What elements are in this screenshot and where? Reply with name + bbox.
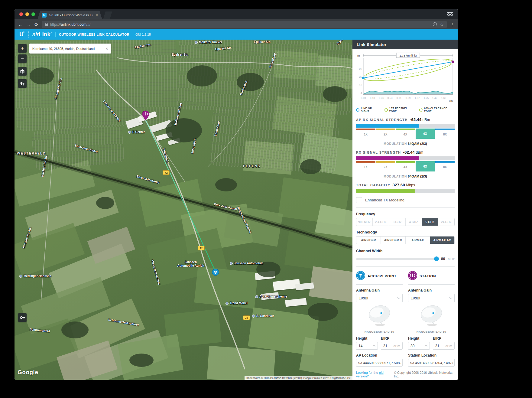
svg-text:4: 4 xyxy=(361,92,362,95)
address-bar[interactable]: https://airlink.ubnt.com/#/ ☆ xyxy=(42,21,447,28)
channel-width-value: 80 xyxy=(441,257,445,261)
access-point-title: ACCESS POINT xyxy=(368,274,397,278)
station-device-name: NANOBEAM 5AC 19 xyxy=(408,330,455,333)
search-input[interactable] xyxy=(32,47,103,51)
window-minimize-button[interactable] xyxy=(25,12,29,16)
svg-text:0.36: 0.36 xyxy=(379,96,384,100)
station-antenna-gain-select[interactable]: 19dBi xyxy=(408,294,455,302)
bookmark-star-icon[interactable]: ☆ xyxy=(440,22,444,27)
station-height-input[interactable]: 30m xyxy=(408,342,430,350)
link-line xyxy=(146,120,216,272)
technology-option-airmax-ac[interactable]: AIRMAX AC xyxy=(430,237,454,244)
svg-text:1.78 km (link): 1.78 km (link) xyxy=(399,54,417,57)
layers-button[interactable] xyxy=(18,67,27,76)
tab-close-icon[interactable]: × xyxy=(96,13,98,17)
station-icon xyxy=(408,271,417,281)
1st-fresnel-zone-icon xyxy=(384,108,388,112)
frequency-option-2-4-ghz[interactable]: 2.4 GHZ xyxy=(372,218,389,226)
map-label: POPENS xyxy=(243,164,261,168)
access-point-icon xyxy=(356,271,365,281)
browser-window: U airLink - Outdoor Wireless Link × ← → … xyxy=(15,9,458,380)
rx-value: -62.44 dBm xyxy=(403,150,423,155)
browser-tab[interactable]: U airLink - Outdoor Wireless Link × xyxy=(37,11,102,19)
divider xyxy=(356,266,455,267)
rx-signal-section: RX SIGNAL STRENGTH -62.44 dBm 1X2X4X6X8X… xyxy=(356,150,455,178)
svg-text:1.07: 1.07 xyxy=(415,96,420,100)
total-capacity-section: TOTAL CAPACITY 327.60 Mbps xyxy=(356,183,455,193)
frequency-option-3-ghz[interactable]: 3 GHZ xyxy=(389,218,405,226)
map-canvas[interactable]: Molkerei RückerEgelser Str.Egelser Str.E… xyxy=(15,40,352,380)
slider-handle[interactable] xyxy=(434,256,439,261)
places-button[interactable] xyxy=(18,79,27,88)
modulation-step-1x: 1X xyxy=(356,161,375,171)
window-zoom-button[interactable] xyxy=(31,12,35,16)
station-eirp-input[interactable]: 31dBm xyxy=(433,342,455,350)
access-point-map-marker[interactable] xyxy=(212,269,219,277)
svg-text:0.71: 0.71 xyxy=(397,96,402,100)
ap-antenna-gain-select[interactable]: 19dBi xyxy=(356,294,403,302)
technology-option-airfiber[interactable]: AIRFIBER xyxy=(356,237,381,244)
modulation-step-8x: 8X xyxy=(435,129,455,139)
app-header: U airLink™ | OUTDOOR WIRELESS LINK CALCU… xyxy=(15,29,458,40)
technology-label: Technology xyxy=(356,230,455,234)
map-roads-layer xyxy=(15,40,352,380)
window-close-button[interactable] xyxy=(19,12,23,16)
ap-modulation-scale: 1X2X4X6X8X xyxy=(356,129,455,139)
map-label: AB-Polymerchemie xyxy=(255,295,287,298)
clear-search-icon[interactable]: × xyxy=(105,46,108,51)
poi-icon xyxy=(252,315,255,318)
map-search-box[interactable]: × xyxy=(29,44,111,54)
back-button[interactable]: ← xyxy=(18,22,23,27)
modulation-step-4x: 4X xyxy=(396,129,415,139)
ap-rx-value: -62.44 dBm xyxy=(410,117,430,122)
url-text: https://airlink.ubnt.com/#/ xyxy=(50,22,90,27)
station-location-input[interactable] xyxy=(408,359,455,367)
reload-button[interactable]: ⟳ xyxy=(34,22,38,27)
chart-legend: LINE OF SIGHT1ST FRESNEL ZONE60% CLEARAN… xyxy=(356,107,455,113)
frequency-option-900-mhz[interactable]: 900 MHZ xyxy=(356,218,372,226)
page-action-icon[interactable] xyxy=(433,22,437,26)
map-label: S.-Schriever xyxy=(252,314,274,318)
station-map-marker[interactable] xyxy=(142,110,150,122)
gui-version: GUI 1.3.15 xyxy=(135,33,151,36)
frequency-option-4-ghz[interactable]: 4 GHZ xyxy=(405,218,422,226)
road-badge: 72 xyxy=(243,315,250,320)
rx-label: RX SIGNAL STRENGTH xyxy=(356,151,401,154)
channel-width-slider[interactable] xyxy=(356,258,438,260)
frequency-button-group: 900 MHZ2.4 GHZ3 GHZ4 GHZ5 GHZ24 GHZ xyxy=(356,218,455,226)
old-version-link[interactable]: Looking for the old version? xyxy=(356,371,394,378)
line-of-sight-icon xyxy=(356,108,359,112)
forward-button[interactable]: → xyxy=(26,22,31,27)
svg-text:0.18: 0.18 xyxy=(370,96,375,100)
new-tab-button[interactable] xyxy=(103,11,112,19)
chevron-down-icon xyxy=(397,296,401,299)
ap-eirp-input[interactable]: 31dBm xyxy=(381,342,403,350)
frequency-label: Frequency xyxy=(356,212,455,216)
frequency-option-24-ghz[interactable]: 24 GHZ xyxy=(438,218,454,226)
technology-option-airfiber-x[interactable]: AIRFIBER X xyxy=(381,237,405,244)
ap-location-input[interactable] xyxy=(356,359,403,367)
browser-menu-icon[interactable]: ⋮ xyxy=(450,22,455,27)
zoom-in-button[interactable]: + xyxy=(18,44,27,53)
frequency-option-5-ghz[interactable]: 5 GHZ xyxy=(422,218,438,226)
capacity-label: TOTAL CAPACITY xyxy=(356,183,391,187)
svg-text:0.89: 0.89 xyxy=(406,96,411,100)
technology-button-group: AIRFIBERAIRFIBER XAIRMAXAIRMAX AC xyxy=(356,236,455,244)
capacity-bar xyxy=(356,189,455,193)
ubiquiti-favicon: U xyxy=(42,13,47,18)
chevron-down-icon xyxy=(449,296,453,299)
ap-height-input[interactable]: 14m xyxy=(356,342,378,350)
technology-option-airmax[interactable]: AIRMAX xyxy=(405,237,430,244)
map-label: Janssen Automobile Aurich xyxy=(177,260,205,268)
map-attribution: Kartendaten © 2016 GeoBasis-DE/BKG (©200… xyxy=(245,376,352,380)
road-badge: 72 xyxy=(198,246,205,250)
rx-modulation-scale: 1X2X4X6X8X xyxy=(356,161,455,171)
elevation-profile-chart: 28201241.78 km (link)m0.000.180.360.530.… xyxy=(356,52,455,103)
panel-title: Link Simulator xyxy=(352,40,458,49)
ap-rx-signal-section: AP RX SIGNAL STRENGTH -62.44 dBm 1X2X4X6… xyxy=(356,117,455,145)
window-controls xyxy=(19,12,35,16)
zoom-out-button[interactable]: − xyxy=(18,54,27,63)
enhanced-tx-checkbox[interactable] xyxy=(356,197,362,203)
ubiquiti-logo: U xyxy=(19,31,24,38)
key-button[interactable] xyxy=(18,313,27,322)
